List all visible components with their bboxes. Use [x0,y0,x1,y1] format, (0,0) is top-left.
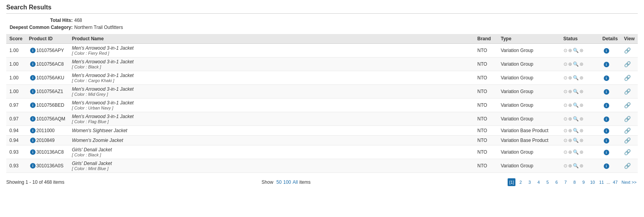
view-icon[interactable]: 🔗 [624,61,631,67]
details-info-icon[interactable]: i [604,163,609,169]
status-icon-3[interactable]: ⊛ [580,138,583,143]
cell-score: 0.97 [6,99,26,112]
status-icon-3[interactable]: ⊛ [580,128,583,133]
table-row: 0.94i2011000Women's Sightseer JacketNTOV… [6,126,638,136]
status-icon-0[interactable]: ⊙ [564,75,567,81]
show-all[interactable]: All [293,179,298,185]
page-btn-3[interactable]: 3 [526,178,533,186]
details-info-icon[interactable]: i [604,48,609,54]
details-info-icon[interactable]: i [604,103,609,108]
product-name-main: Women's Zoomie Jacket [72,138,471,143]
status-icon-0[interactable]: ⊙ [564,149,567,155]
status-icon-0[interactable]: ⊙ [564,116,567,122]
status-icon-1[interactable]: ⊕ [568,75,572,81]
status-icon-2[interactable]: 🔍 [573,138,579,143]
page-btn-1[interactable]: [1] [508,178,515,186]
page-btn-6[interactable]: 6 [553,178,560,186]
page-btn-9[interactable]: 9 [580,178,587,186]
info-icon[interactable]: i [30,102,36,108]
details-info-icon[interactable]: i [604,138,609,143]
status-icon-1[interactable]: ⊕ [568,48,572,53]
view-icon[interactable]: 🔗 [624,88,631,95]
show-50[interactable]: 50 [276,179,281,185]
status-icon-2[interactable]: 🔍 [573,61,579,67]
status-icon-1[interactable]: ⊕ [568,89,572,94]
status-icon-1[interactable]: ⊕ [568,138,572,143]
info-icon[interactable]: i [30,75,36,81]
product-id-text: 1010756AQM [36,116,65,122]
status-icon-3[interactable]: ⊛ [580,61,583,67]
details-info-icon[interactable]: i [604,150,609,155]
show-100[interactable]: 100 [283,179,291,185]
col-header-score: Score [6,34,26,44]
status-icon-0[interactable]: ⊙ [564,128,567,133]
status-icon-2[interactable]: 🔍 [573,163,579,169]
cell-productname: Men's Arrowood 3-in-1 Jacket[ Color : Ur… [69,99,474,112]
info-icon[interactable]: i [30,128,36,133]
status-icon-3[interactable]: ⊛ [580,163,583,169]
cell-productname: Men's Arrowood 3-in-1 Jacket[ Color : Bl… [69,57,474,71]
status-icon-0[interactable]: ⊙ [564,61,567,67]
status-icon-1[interactable]: ⊕ [568,102,572,108]
table-row: 1.00i1010756AC8Men's Arrowood 3-in-1 Jac… [6,57,638,71]
view-icon[interactable]: 🔗 [624,127,631,134]
status-icon-3[interactable]: ⊛ [580,149,583,155]
view-icon[interactable]: 🔗 [624,137,631,143]
view-icon[interactable]: 🔗 [624,149,631,155]
info-icon[interactable]: i [30,149,36,155]
view-icon[interactable]: 🔗 [624,116,631,122]
status-icon-2[interactable]: 🔍 [573,48,579,53]
info-icon[interactable]: i [30,48,36,53]
view-icon[interactable]: 🔗 [624,47,631,54]
status-icon-3[interactable]: ⊛ [580,75,583,81]
view-icon[interactable]: 🔗 [624,102,631,108]
status-icon-2[interactable]: 🔍 [573,75,579,81]
details-info-icon[interactable]: i [604,117,609,122]
product-name-main: Men's Arrowood 3-in-1 Jacket [72,59,471,65]
status-icon-2[interactable]: 🔍 [573,128,579,133]
status-icon-1[interactable]: ⊕ [568,128,572,133]
status-icon-0[interactable]: ⊙ [564,163,567,169]
info-icon[interactable]: i [30,116,36,122]
page-btn-5[interactable]: 5 [544,178,551,186]
cell-view: 🔗 [621,57,638,71]
table-row: 0.97i1010756BEDMen's Arrowood 3-in-1 Jac… [6,99,638,112]
status-icon-0[interactable]: ⊙ [564,89,567,94]
page-btn-last[interactable]: 47 [611,178,619,186]
page-btn-10[interactable]: 10 [589,178,596,186]
cell-productid: i3010136A0S [26,159,69,173]
status-icon-2[interactable]: 🔍 [573,102,579,108]
details-info-icon[interactable]: i [604,75,609,81]
info-icon[interactable]: i [30,138,36,143]
page-btn-2[interactable]: 2 [517,178,524,186]
info-icon[interactable]: i [30,61,36,67]
status-icon-0[interactable]: ⊙ [564,138,567,143]
page-btn-7[interactable]: 7 [562,178,569,186]
status-icon-3[interactable]: ⊛ [580,102,583,108]
next-button[interactable]: Next >> [620,178,638,186]
status-icon-0[interactable]: ⊙ [564,102,567,108]
page-btn-11[interactable]: 11 [597,178,605,186]
page-btn-8[interactable]: 8 [571,178,578,186]
view-icon[interactable]: 🔗 [624,75,631,81]
details-info-icon[interactable]: i [604,128,609,134]
details-info-icon[interactable]: i [604,89,609,95]
details-info-icon[interactable]: i [604,62,609,67]
status-icon-2[interactable]: 🔍 [573,116,579,122]
status-icon-1[interactable]: ⊕ [568,116,572,122]
status-icon-3[interactable]: ⊛ [580,89,583,94]
status-icon-0[interactable]: ⊙ [564,48,567,53]
status-icon-1[interactable]: ⊕ [568,61,572,67]
status-icon-1[interactable]: ⊕ [568,163,572,169]
page-btn-4[interactable]: 4 [535,178,542,186]
cell-brand: NTO [474,126,498,136]
status-icon-1[interactable]: ⊕ [568,149,572,155]
info-icon[interactable]: i [30,89,36,94]
status-icon-3[interactable]: ⊛ [580,48,583,53]
info-icon[interactable]: i [30,163,36,169]
showing-text: Showing 1 - 10 of 468 items [6,179,64,185]
view-icon[interactable]: 🔗 [624,163,631,169]
status-icon-2[interactable]: 🔍 [573,89,579,94]
status-icon-2[interactable]: 🔍 [573,149,579,155]
status-icon-3[interactable]: ⊛ [580,116,583,122]
